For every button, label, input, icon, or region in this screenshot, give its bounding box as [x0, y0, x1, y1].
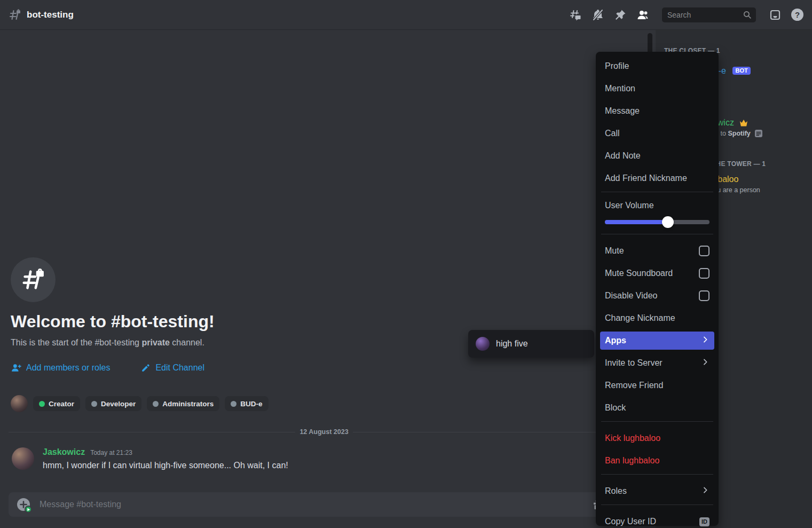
- slider-thumb[interactable]: [662, 216, 674, 228]
- attach-button[interactable]: [17, 498, 30, 511]
- role-pill-bud-e[interactable]: BUD-e: [225, 396, 268, 411]
- server-owner-crown-icon: [739, 119, 748, 129]
- avatar[interactable]: [11, 395, 28, 412]
- menu-item-roles[interactable]: Roles: [600, 482, 714, 500]
- menu-item-label: Change Nickname: [605, 313, 675, 323]
- slider-track: [605, 220, 709, 224]
- threads-icon[interactable]: [569, 9, 582, 21]
- role-pill-developer[interactable]: Developer: [85, 396, 141, 411]
- pencil-icon: [141, 363, 151, 373]
- checkbox-unchecked-icon[interactable]: [699, 290, 709, 301]
- edit-channel-label: Edit Channel: [155, 363, 204, 373]
- member-list-toggle-icon[interactable]: [636, 9, 649, 21]
- menu-item-block[interactable]: Block: [600, 399, 714, 417]
- user-context-menu: Profile Mention Message Call Add Note Ad…: [596, 52, 719, 526]
- message-text: hmm, I wonder if I can virtual high-five…: [43, 460, 288, 471]
- menu-item-disable-video[interactable]: Disable Video: [600, 287, 714, 305]
- checkbox-unchecked-icon[interactable]: [699, 246, 709, 256]
- search-box[interactable]: [662, 7, 756, 22]
- checkbox-unchecked-icon[interactable]: [699, 268, 709, 279]
- role-pill-label: Developer: [101, 400, 136, 408]
- activity-card-icon: [755, 130, 762, 139]
- menu-item-mute[interactable]: Mute: [600, 242, 714, 260]
- pinned-messages-icon[interactable]: [614, 9, 627, 21]
- role-pill-label: BUD-e: [240, 400, 262, 408]
- role-pill-administrators[interactable]: Administrators: [147, 396, 219, 411]
- welcome-title: Welcome to #bot-testing!: [11, 312, 215, 332]
- header-toolbar: ?: [569, 7, 803, 22]
- inbox-icon[interactable]: [769, 9, 782, 21]
- welcome-subtitle-suffix: channel.: [170, 338, 204, 347]
- menu-item-add-note[interactable]: Add Note: [600, 147, 714, 165]
- message-header: Jaskowicz Today at 21:23: [43, 447, 288, 457]
- id-badge-icon: ID: [699, 517, 709, 526]
- notifications-muted-icon[interactable]: [592, 9, 604, 21]
- menu-item-remove-friend[interactable]: Remove Friend: [600, 376, 714, 395]
- menu-item-label: Disable Video: [605, 291, 657, 301]
- chevron-right-icon: [701, 486, 709, 497]
- user-volume-label: User Volume: [600, 200, 714, 211]
- role-dot-icon: [231, 401, 236, 407]
- add-members-link[interactable]: Add members or roles: [11, 362, 110, 373]
- menu-item-profile[interactable]: Profile: [600, 57, 714, 75]
- date-divider-label: 12 August 2023: [299, 428, 348, 436]
- menu-divider: [601, 505, 713, 505]
- chat-message: Jaskowicz Today at 21:23 hmm, I wonder i…: [12, 447, 288, 471]
- role-dot-icon: [153, 401, 159, 407]
- avatar[interactable]: [12, 447, 34, 470]
- menu-item-change-nickname[interactable]: Change Nickname: [600, 309, 714, 327]
- app-command-avatar: [476, 337, 490, 351]
- menu-item-label: Add Friend Nickname: [605, 174, 687, 183]
- menu-item-ban-user[interactable]: Ban lughbaloo: [600, 452, 714, 470]
- menu-item-label: Message: [605, 106, 640, 116]
- menu-item-call[interactable]: Call: [600, 124, 714, 143]
- menu-item-add-friend-nickname[interactable]: Add Friend Nickname: [600, 169, 714, 187]
- search-icon: [743, 10, 752, 19]
- edit-channel-link[interactable]: Edit Channel: [141, 363, 204, 373]
- menu-item-mute-soundboard[interactable]: Mute Soundboard: [600, 264, 714, 282]
- slider-fill: [605, 220, 668, 224]
- help-icon[interactable]: ?: [791, 9, 803, 21]
- message-timestamp: Today at 21:23: [90, 449, 132, 456]
- message-input[interactable]: [38, 499, 586, 510]
- apps-submenu-popup[interactable]: high five: [468, 330, 594, 358]
- member-category-tower[interactable]: THE TOWER — 1: [712, 160, 766, 168]
- user-volume-slider[interactable]: [600, 216, 714, 228]
- menu-item-label: Ban lughbaloo: [605, 456, 659, 466]
- add-members-label: Add members or roles: [26, 363, 110, 373]
- menu-item-kick-user[interactable]: Kick lughbaloo: [600, 429, 714, 447]
- channel-hash-lock-icon: [9, 9, 21, 21]
- channel-name: bot-testing: [27, 10, 74, 20]
- menu-item-apps[interactable]: Apps: [600, 332, 714, 350]
- channel-roles-row: Creator Developer Administrators BUD-e: [11, 395, 269, 412]
- menu-item-label: Mention: [605, 84, 635, 93]
- search-input[interactable]: [666, 10, 743, 20]
- message-composer: GIF: [9, 492, 641, 517]
- menu-item-label: Mute: [605, 246, 624, 256]
- divider-line: [9, 432, 295, 432]
- role-dot-icon: [39, 401, 45, 407]
- channel-welcome-block: Welcome to #bot-testing! This is the sta…: [11, 257, 215, 373]
- menu-item-message[interactable]: Message: [600, 102, 714, 120]
- menu-item-invite-to-server[interactable]: Invite to Server: [600, 354, 714, 372]
- person-add-icon: [11, 362, 21, 373]
- welcome-subtitle-private: private: [141, 338, 169, 347]
- role-pill-creator[interactable]: Creator: [33, 396, 80, 411]
- chevron-right-icon: [701, 335, 709, 346]
- menu-item-label: Copy User ID: [605, 517, 656, 526]
- welcome-actions: Add members or roles Edit Channel: [11, 362, 215, 373]
- menu-item-label: Apps: [605, 336, 626, 345]
- menu-item-label: Remove Friend: [605, 381, 663, 390]
- status-app-name: Spotify: [728, 130, 750, 137]
- menu-divider: [601, 474, 713, 475]
- menu-item-copy-user-id[interactable]: Copy User ID ID: [600, 513, 714, 528]
- menu-item-label: Kick lughbaloo: [605, 434, 660, 443]
- menu-divider: [601, 234, 713, 234]
- welcome-subtitle: This is the start of the #bot-testing pr…: [11, 338, 215, 348]
- welcome-subtitle-prefix: This is the start of the #bot-testing: [11, 338, 141, 347]
- message-author[interactable]: Jaskowicz: [43, 447, 85, 457]
- menu-item-label: Roles: [605, 486, 627, 496]
- menu-item-mention[interactable]: Mention: [600, 80, 714, 98]
- date-divider: 12 August 2023: [9, 428, 640, 436]
- app-launcher-badge-icon: [25, 506, 32, 513]
